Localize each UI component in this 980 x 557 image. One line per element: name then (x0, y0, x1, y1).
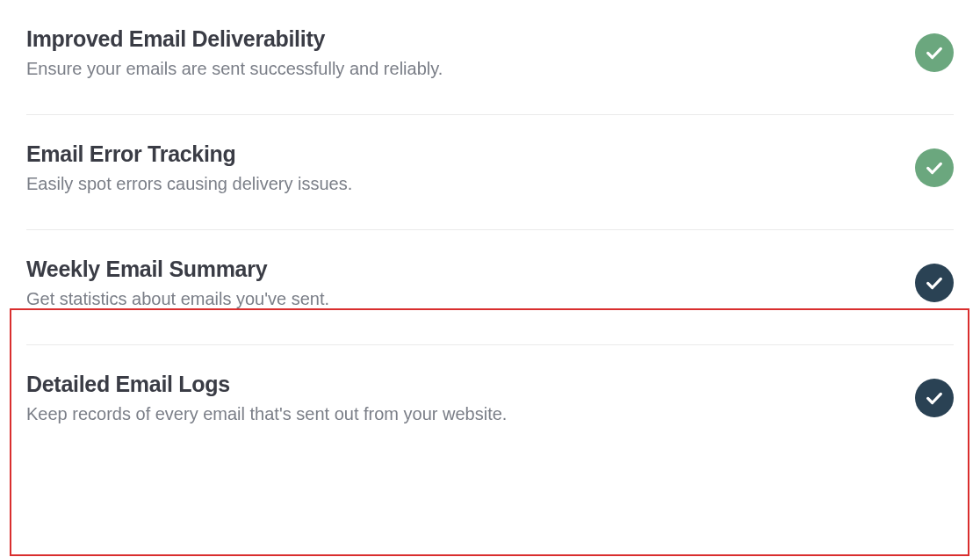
feature-row-weekly-summary: Weekly Email Summary Get statistics abou… (26, 230, 954, 345)
feature-desc: Keep records of every email that's sent … (26, 404, 915, 424)
feature-text: Detailed Email Logs Keep records of ever… (26, 372, 915, 424)
check-icon (915, 379, 954, 417)
check-icon (915, 264, 954, 302)
feature-title: Detailed Email Logs (26, 372, 915, 397)
feature-title: Improved Email Deliverability (26, 26, 915, 52)
feature-row-error-tracking: Email Error Tracking Easily spot errors … (26, 115, 954, 230)
feature-desc: Ensure your emails are sent successfully… (26, 59, 915, 79)
feature-row-deliverability: Improved Email Deliverability Ensure you… (26, 0, 954, 115)
feature-text: Weekly Email Summary Get statistics abou… (26, 257, 915, 309)
feature-title: Weekly Email Summary (26, 257, 915, 282)
check-icon (915, 33, 954, 72)
feature-text: Email Error Tracking Easily spot errors … (26, 141, 915, 194)
feature-desc: Easily spot errors causing delivery issu… (26, 174, 915, 194)
feature-title: Email Error Tracking (26, 141, 915, 167)
feature-row-email-logs: Detailed Email Logs Keep records of ever… (26, 345, 954, 433)
feature-text: Improved Email Deliverability Ensure you… (26, 26, 915, 79)
feature-desc: Get statistics about emails you've sent. (26, 289, 915, 309)
features-list: Improved Email Deliverability Ensure you… (0, 0, 980, 433)
check-icon (915, 148, 954, 187)
